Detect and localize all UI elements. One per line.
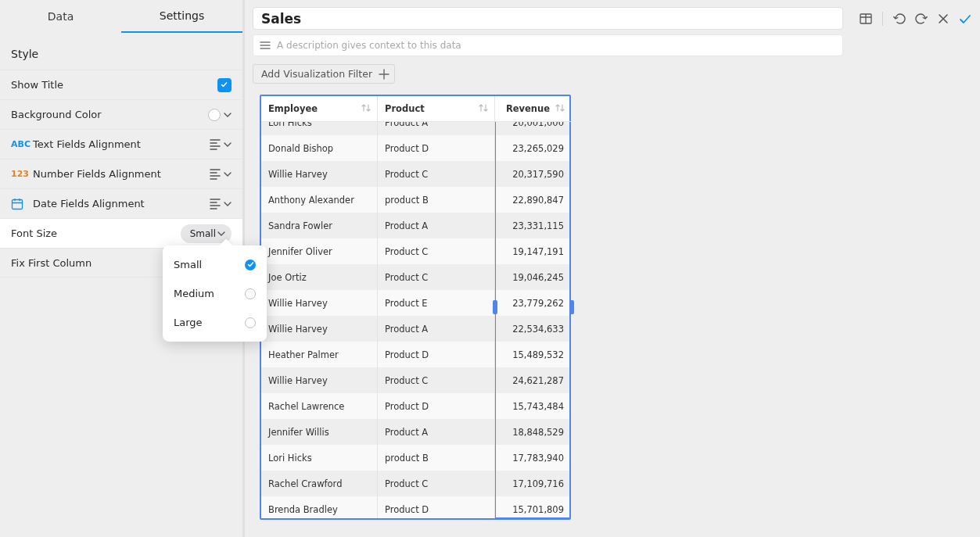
- cell-revenue: 17,783,940: [495, 445, 569, 471]
- show-title-checkbox[interactable]: [217, 78, 232, 92]
- cell-employee: Willie Harvey: [261, 316, 378, 342]
- chevron-down-icon: [224, 202, 232, 206]
- col-header-revenue[interactable]: Revenue: [495, 96, 571, 122]
- table-row[interactable]: Joe OrtizProduct C19,046,245: [261, 264, 569, 290]
- cell-revenue: 19,147,191: [495, 238, 569, 264]
- font-size-value: Small: [190, 228, 216, 239]
- row-show-title[interactable]: Show Title: [0, 70, 242, 99]
- cell-employee: Brenda Bradley: [261, 496, 378, 518]
- font-size-option-medium[interactable]: Medium: [163, 279, 267, 308]
- col-label: Revenue: [506, 103, 550, 114]
- confirm-button[interactable]: [958, 9, 972, 28]
- cell-employee: Willie Harvey: [261, 290, 378, 316]
- abc-icon: ABC: [11, 139, 33, 149]
- table-row[interactable]: Brenda BradleyProduct D15,701,809: [261, 496, 569, 518]
- table-row[interactable]: Sandra FowlerProduct A23,331,115: [261, 213, 569, 238]
- resize-grip-right[interactable]: [569, 300, 574, 314]
- table-row[interactable]: Jennifer WillisProduct A18,848,529: [261, 419, 569, 445]
- col-header-employee[interactable]: Employee: [261, 96, 378, 122]
- font-size-option-large[interactable]: Large: [163, 308, 267, 337]
- tab-data[interactable]: Data: [0, 0, 121, 33]
- table-row[interactable]: Anthony Alexanderproduct B22,890,847: [261, 187, 569, 213]
- cell-employee: Rachel Lawrence: [261, 393, 378, 419]
- sort-icon[interactable]: [479, 103, 488, 113]
- table-row[interactable]: Lori Hicksproduct B17,783,940: [261, 445, 569, 471]
- col-header-product[interactable]: Product: [378, 96, 495, 122]
- font-size-dropdown: Small Medium Large: [163, 245, 267, 342]
- cell-revenue: 24,621,287: [495, 367, 569, 393]
- table-body[interactable]: Lori HicksProduct A20,001,000Donald Bish…: [261, 109, 569, 518]
- cell-employee: Willie Harvey: [261, 367, 378, 393]
- sort-icon[interactable]: [555, 103, 565, 113]
- cell-product: Product E: [378, 290, 495, 316]
- table-row[interactable]: Willie HarveyProduct C24,621,287: [261, 367, 569, 393]
- cell-employee: Willie Harvey: [261, 161, 378, 187]
- redo-button[interactable]: [914, 9, 928, 28]
- cell-employee: Heather Palmer: [261, 342, 378, 367]
- align-left-icon: [210, 139, 221, 150]
- table-row[interactable]: Willie HarveyProduct E23,779,262: [261, 290, 569, 316]
- cell-revenue: 18,848,529: [495, 419, 569, 445]
- chevron-down-icon: [224, 142, 232, 147]
- cell-product: Product A: [378, 213, 495, 238]
- table-row[interactable]: Rachel CrawfordProduct C17,109,716: [261, 471, 569, 496]
- main-panel: Sales A description gives context to thi…: [245, 0, 980, 537]
- row-text-alignment[interactable]: ABC Text Fields Alignment: [0, 129, 242, 159]
- cell-product: Product C: [378, 471, 495, 496]
- cell-product: Product D: [378, 342, 495, 367]
- cell-employee: Jennifer Oliver: [261, 238, 378, 264]
- cell-product: Product C: [378, 161, 495, 187]
- cell-employee: Jennifer Willis: [261, 419, 378, 445]
- row-font-size[interactable]: Font Size Small: [0, 218, 242, 248]
- cell-product: product B: [378, 445, 495, 471]
- align-left-icon: [210, 199, 221, 209]
- cell-product: Product C: [378, 264, 495, 290]
- show-title-label: Show Title: [11, 79, 217, 91]
- table-row[interactable]: Willie HarveyProduct C20,317,590: [261, 161, 569, 187]
- radio-selected-icon: [245, 260, 256, 270]
- date-alignment-label: Date Fields Alignment: [33, 198, 210, 209]
- chevron-down-icon: [224, 113, 232, 117]
- text-alignment-label: Text Fields Alignment: [33, 138, 210, 150]
- separator: [882, 12, 883, 26]
- undo-button[interactable]: [892, 9, 906, 28]
- table-row[interactable]: Rachel LawrenceProduct D15,743,484: [261, 393, 569, 419]
- section-style-title: Style: [0, 33, 242, 70]
- table-row[interactable]: Jennifer OliverProduct C19,147,191: [261, 238, 569, 264]
- plus-icon: [379, 69, 389, 80]
- cell-employee: Anthony Alexander: [261, 187, 378, 213]
- table-row[interactable]: Willie HarveyProduct A22,534,633: [261, 316, 569, 342]
- cell-revenue: 19,046,245: [495, 264, 569, 290]
- option-label: Large: [174, 317, 203, 328]
- font-size-option-small[interactable]: Small: [163, 250, 267, 279]
- cell-revenue: 23,331,115: [495, 213, 569, 238]
- number-icon: 123: [11, 169, 33, 179]
- cell-product: Product A: [378, 419, 495, 445]
- font-size-label: Font Size: [11, 227, 181, 239]
- cell-revenue: 22,534,633: [495, 316, 569, 342]
- option-label: Medium: [174, 288, 214, 299]
- sort-icon[interactable]: [361, 103, 371, 113]
- table-view-icon[interactable]: [859, 9, 873, 28]
- table-row[interactable]: Donald BishopProduct D23,265,029: [261, 135, 569, 161]
- add-filter-button[interactable]: Add Visualization Filter: [253, 64, 395, 84]
- close-button[interactable]: [936, 9, 950, 28]
- sidebar-tabs: Data Settings: [0, 0, 242, 33]
- row-number-alignment[interactable]: 123 Number Fields Alignment: [0, 159, 242, 188]
- cell-product: Product C: [378, 238, 495, 264]
- tab-settings[interactable]: Settings: [121, 0, 242, 33]
- align-left-icon: [210, 169, 221, 180]
- col-label: Employee: [268, 103, 318, 114]
- cell-employee: Sandra Fowler: [261, 213, 378, 238]
- description-placeholder: A description gives context to this data: [277, 40, 461, 51]
- background-color-label: Background Color: [11, 109, 208, 120]
- description-input[interactable]: A description gives context to this data: [253, 34, 843, 56]
- radio-icon: [245, 317, 256, 328]
- table-row[interactable]: Heather PalmerProduct D15,489,532: [261, 342, 569, 367]
- row-background-color[interactable]: Background Color: [0, 99, 242, 129]
- row-date-alignment[interactable]: Date Fields Alignment: [0, 188, 242, 218]
- cell-product: Product D: [378, 135, 495, 161]
- background-color-swatch[interactable]: [208, 109, 221, 121]
- viz-title-input[interactable]: Sales: [253, 7, 843, 30]
- data-table: Employee Product Revenue Lori HicksProdu…: [260, 95, 571, 520]
